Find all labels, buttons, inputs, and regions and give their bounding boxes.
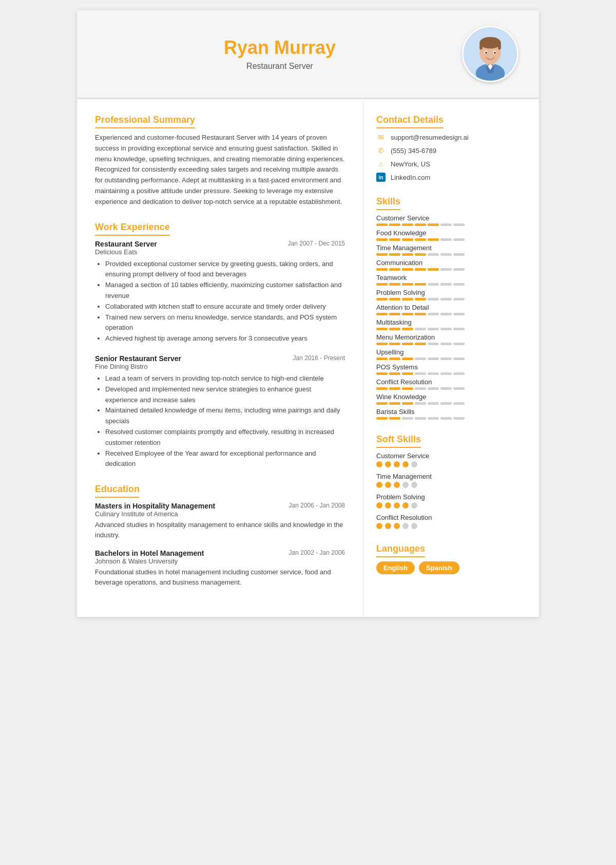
soft-skill-dot (402, 502, 409, 509)
skill-item: Communication (376, 259, 526, 271)
skill-segment (402, 372, 413, 375)
job-bullet: Achieved highest tip average among serve… (105, 333, 345, 344)
skill-item: Barista Skills (376, 408, 526, 420)
skill-bar (376, 283, 526, 286)
skill-segment (428, 283, 439, 286)
skill-segment (389, 372, 400, 375)
skill-name: Menu Memorization (376, 333, 526, 341)
skill-bar (376, 223, 526, 226)
language-tag: English (376, 561, 415, 574)
skill-segment (428, 372, 439, 375)
soft-skill-dot (394, 502, 400, 509)
contact-section: Contact Details ✉ support@resumedesign.a… (376, 115, 526, 182)
skill-segment (453, 358, 465, 360)
skill-segment (415, 298, 426, 300)
skill-item: Customer Service (376, 214, 526, 226)
skill-name: Problem Solving (376, 289, 526, 296)
skill-segment (453, 223, 465, 226)
skill-segment (389, 402, 400, 405)
skill-segment (415, 343, 426, 345)
job-bullets: Provided exceptional customer service by… (105, 259, 345, 344)
skill-segment (440, 417, 452, 420)
lang-container: EnglishSpanish (376, 561, 526, 574)
summary-title: Professional Summary (95, 115, 195, 128)
soft-skill-name: Conflict Resolution (376, 514, 526, 521)
skill-item: Upselling (376, 348, 526, 360)
photo-svg (464, 27, 517, 81)
edu-item: Masters in Hospitality Management Jan 20… (95, 502, 345, 540)
skill-segment (428, 298, 439, 300)
skill-segment (440, 238, 452, 241)
skill-name: Customer Service (376, 214, 526, 222)
job-title: Senior Restaurant Server (95, 354, 181, 363)
skill-segment (440, 372, 452, 375)
skill-segment (389, 253, 400, 256)
edu-container: Masters in Hospitality Management Jan 20… (95, 502, 345, 587)
skill-segment (415, 417, 426, 420)
languages-title: Languages (376, 543, 425, 557)
job-item: Senior Restaurant Server Jan 2016 - Pres… (95, 354, 345, 469)
soft-skill-item: Customer Service (376, 452, 526, 467)
skill-item: Menu Memorization (376, 333, 526, 345)
skill-name: Upselling (376, 348, 526, 356)
skill-segment (453, 253, 465, 256)
skill-segment (415, 253, 426, 256)
skill-bar (376, 358, 526, 360)
job-bullet: Resolved customer complaints promptly an… (105, 427, 345, 448)
soft-skill-dot (402, 523, 409, 529)
skill-segment (428, 238, 439, 241)
edu-header: Bachelors in Hotel Management Jan 2002 -… (95, 549, 345, 557)
job-dates: Jan 2016 - Present (293, 354, 345, 362)
header-section: Ryan Murray Restaurant Server (77, 10, 539, 99)
skill-segment (415, 402, 426, 405)
skill-item: Attention to Detail (376, 304, 526, 315)
skill-name: Communication (376, 259, 526, 267)
skill-item: Time Management (376, 244, 526, 256)
skill-segment (402, 402, 413, 405)
skill-segment (453, 372, 465, 375)
skill-segment (453, 328, 465, 330)
edu-dates: Jan 2002 - Jan 2006 (289, 549, 345, 556)
edu-item: Bachelors in Hotel Management Jan 2002 -… (95, 549, 345, 587)
soft-skill-dot (411, 502, 417, 509)
language-tag: Spanish (419, 561, 459, 574)
skill-segment (402, 268, 413, 271)
header-left: Ryan Murray Restaurant Server (98, 37, 462, 71)
skill-segment (440, 268, 452, 271)
svg-rect-5 (479, 43, 483, 49)
skills-section: Skills Customer Service Food Knowledge T… (376, 196, 526, 420)
skill-segment (376, 417, 388, 420)
skills-title: Skills (376, 196, 400, 210)
edu-institution: Johnson & Wales University (95, 557, 345, 565)
skill-bar (376, 238, 526, 241)
contact-container: ✉ support@resumedesign.ai ✆ (555) 345-67… (376, 133, 526, 182)
skill-segment (453, 283, 465, 286)
skill-item: Conflict Resolution (376, 378, 526, 390)
skill-segment (389, 417, 400, 420)
contact-text: LinkedIn.com (391, 174, 430, 181)
skill-segment (453, 402, 465, 405)
skill-segment (428, 417, 439, 420)
skill-segment (440, 328, 452, 330)
skill-segment (389, 328, 400, 330)
job-bullet: Lead a team of servers in providing top-… (105, 373, 345, 384)
soft-skill-name: Problem Solving (376, 493, 526, 501)
job-bullet: Provided exceptional customer service by… (105, 259, 345, 280)
skill-segment (376, 313, 388, 315)
contact-icon: ✆ (376, 146, 386, 155)
skill-segment (402, 223, 413, 226)
education-section: Education Masters in Hospitality Managem… (95, 484, 345, 587)
skill-bar (376, 253, 526, 256)
skill-bar (376, 313, 526, 315)
soft-skill-dot (376, 502, 382, 509)
job-item: Restaurant Server Jan 2007 - Dec 2015 De… (95, 240, 345, 344)
soft-skill-dot (385, 461, 391, 467)
skill-segment (453, 238, 465, 241)
soft-dots (376, 523, 526, 529)
skill-segment (453, 313, 465, 315)
skill-segment (415, 283, 426, 286)
skill-segment (389, 268, 400, 271)
skill-segment (453, 298, 465, 300)
svg-rect-6 (498, 43, 501, 49)
soft-skill-name: Time Management (376, 473, 526, 480)
